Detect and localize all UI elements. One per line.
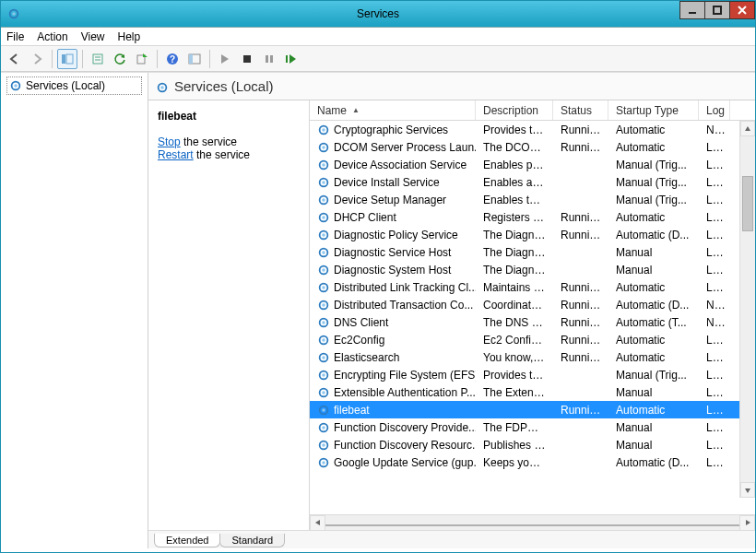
service-row[interactable]: Google Update Service (gup...Keeps your … — [310, 453, 755, 471]
service-row[interactable]: Device Install ServiceEnables a c...Manu… — [310, 173, 755, 191]
service-row[interactable]: Distributed Transaction Co...Coordinates… — [310, 296, 755, 313]
refresh-button[interactable] — [110, 49, 130, 69]
window-title: Services — [1, 7, 755, 20]
cell-name: Extensible Authentication P... — [310, 386, 476, 399]
svg-point-45 — [322, 321, 325, 324]
cell-logon: Loc — [699, 246, 730, 259]
gear-icon — [317, 194, 330, 206]
cell-logon: Loc — [699, 264, 730, 276]
cell-name: Device Install Service — [310, 176, 476, 189]
pane-title: Services (Local) — [174, 78, 274, 94]
service-row[interactable]: filebeatRunningAutomaticLoc — [310, 401, 755, 418]
maximize-button[interactable] — [704, 1, 730, 19]
cell-name: Diagnostic Policy Service — [310, 229, 476, 241]
cell-startup: Automatic — [608, 351, 699, 364]
service-row[interactable]: Function Discovery Resourc...Publishes t… — [310, 436, 755, 453]
svg-point-27 — [322, 163, 325, 167]
cell-logon: Loc — [699, 369, 730, 382]
vertical-scrollbar[interactable] — [739, 121, 755, 498]
show-hide-tree-button[interactable] — [57, 49, 77, 69]
col-startup[interactable]: Startup Type — [608, 100, 699, 120]
service-row[interactable]: Diagnostic Policy ServiceThe Diagno...Ru… — [310, 226, 755, 243]
cell-logon: Loc — [699, 194, 730, 206]
col-status[interactable]: Status — [553, 100, 608, 120]
scroll-thumb[interactable] — [325, 524, 739, 526]
horizontal-scrollbar[interactable] — [310, 514, 755, 530]
service-rows[interactable]: Cryptographic ServicesProvides thr...Run… — [310, 121, 755, 514]
menu-file[interactable]: File — [6, 30, 24, 43]
export-button[interactable] — [132, 49, 152, 69]
col-logon[interactable]: Log — [699, 100, 730, 120]
service-row[interactable]: Diagnostic System HostThe Diagno...Manua… — [310, 261, 755, 278]
service-row[interactable]: ElasticsearchYou know, f...RunningAutoma… — [310, 348, 755, 366]
cell-logon: Loc — [699, 351, 730, 364]
scroll-right-button[interactable] — [739, 515, 755, 531]
gear-icon — [317, 281, 330, 294]
tab-standard[interactable]: Standard — [219, 534, 285, 547]
help-pane-button[interactable] — [184, 49, 205, 69]
pause-service-button[interactable] — [259, 49, 279, 69]
view-tabs: Extended Standard — [148, 530, 755, 548]
cell-name: Diagnostic System Host — [310, 264, 476, 276]
service-row[interactable]: Extensible Authentication P...The Extens… — [310, 383, 755, 401]
scroll-up-button[interactable] — [740, 121, 755, 136]
tree-pane[interactable]: Services (Local) — [1, 73, 148, 548]
restart-link[interactable]: Restart — [158, 148, 194, 161]
service-row[interactable]: Device Setup ManagerEnables the ...Manua… — [310, 191, 755, 208]
cell-description: Publishes th... — [476, 439, 553, 452]
menu-view[interactable]: View — [81, 30, 105, 43]
minimize-button[interactable] — [679, 1, 705, 19]
service-row[interactable]: Device Association ServiceEnables pair..… — [310, 156, 755, 173]
tab-extended[interactable]: Extended — [154, 534, 220, 547]
cell-description: The DCOM... — [476, 141, 553, 154]
svg-point-43 — [322, 303, 325, 307]
forward-button[interactable] — [27, 49, 47, 69]
menu-action[interactable]: Action — [37, 30, 67, 43]
cell-startup: Manual (Trig... — [608, 194, 699, 206]
cell-name: Device Association Service — [310, 159, 476, 171]
scroll-down-button[interactable] — [740, 482, 755, 498]
cell-name: Ec2Config — [310, 334, 476, 347]
service-row[interactable]: Function Discovery Provide...The FDPHO..… — [310, 418, 755, 436]
split: filebeat Stop the service Restart the se… — [148, 100, 755, 530]
service-row[interactable]: DCOM Server Process Laun...The DCOM...Ru… — [310, 138, 755, 156]
cell-startup: Manual — [608, 386, 699, 399]
stop-service-button[interactable] — [237, 49, 257, 69]
service-row[interactable]: DNS ClientThe DNS Cli...RunningAutomatic… — [310, 313, 755, 331]
back-button[interactable] — [5, 49, 25, 69]
titlebar[interactable]: Services — [1, 1, 755, 27]
col-name[interactable]: Name▲ — [310, 100, 476, 120]
cell-description: The Extensi... — [476, 386, 553, 399]
stop-link[interactable]: Stop — [158, 135, 181, 148]
service-row[interactable]: Distributed Link Tracking Cl...Maintains… — [310, 278, 755, 296]
gear-icon — [9, 79, 22, 92]
start-service-button[interactable] — [215, 49, 235, 69]
service-row[interactable]: Ec2ConfigEc2 Configu...RunningAutomaticL… — [310, 331, 755, 348]
tree-root-services-local[interactable]: Services (Local) — [6, 76, 142, 95]
restart-service-button[interactable] — [281, 49, 301, 69]
cell-description: Registers an... — [476, 211, 553, 224]
cell-logon: Loc — [699, 456, 730, 469]
selected-service-name: filebeat — [158, 110, 300, 123]
menubar: File Action View Help — [1, 28, 755, 46]
cell-description: The Diagno... — [476, 246, 553, 259]
svg-point-57 — [322, 426, 325, 429]
help-button[interactable]: ? — [162, 49, 183, 69]
gear-icon — [317, 439, 330, 452]
service-row[interactable]: Cryptographic ServicesProvides thr...Run… — [310, 121, 755, 138]
service-row[interactable]: Diagnostic Service HostThe Diagno...Manu… — [310, 243, 755, 261]
close-button[interactable] — [729, 1, 755, 19]
cell-status: Running — [553, 141, 608, 154]
scroll-thumb[interactable] — [742, 176, 753, 231]
scroll-left-button[interactable] — [310, 515, 325, 531]
service-row[interactable]: Encrypting File System (EFS)Provides th.… — [310, 366, 755, 383]
cell-description: You know, f... — [476, 351, 553, 364]
menu-help[interactable]: Help — [118, 30, 141, 43]
cell-startup: Automatic (T... — [608, 316, 699, 329]
sort-asc-icon: ▲ — [352, 106, 360, 114]
properties-button[interactable] — [88, 49, 108, 69]
cell-logon: Loc — [699, 229, 730, 241]
cell-description: Provides th... — [476, 369, 553, 382]
service-row[interactable]: DHCP ClientRegisters an...RunningAutomat… — [310, 208, 755, 226]
col-description[interactable]: Description — [476, 100, 553, 120]
